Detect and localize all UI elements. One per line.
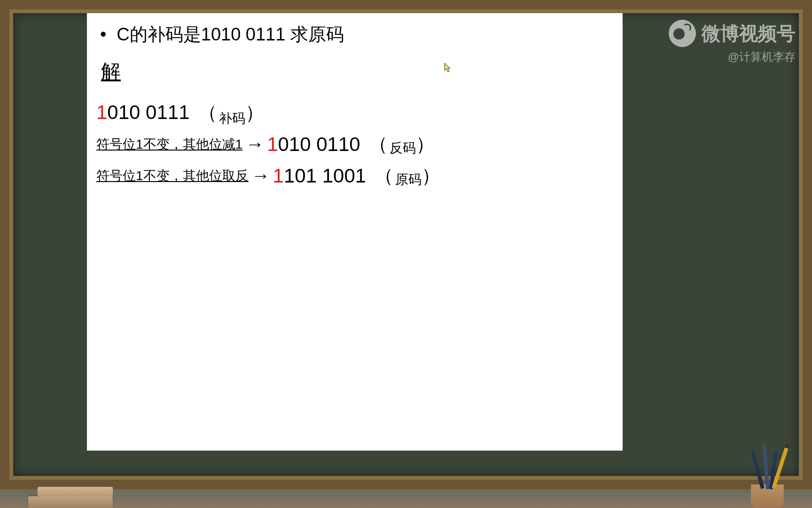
binary-rest: 010 0110 — [278, 133, 360, 156]
paren-close: ） — [245, 100, 264, 126]
arrow-icon: → — [245, 134, 264, 155]
paren-open: （ — [375, 163, 393, 189]
solution-label: 解 — [96, 58, 121, 85]
watermark-text: 微博视频号 — [702, 21, 796, 47]
bullet-icon: • — [100, 24, 106, 45]
account-name: @计算机李存 — [728, 49, 796, 64]
paren-open: （ — [198, 100, 217, 126]
binary-rest: 101 1001 — [284, 165, 366, 187]
sign-bit: 1 — [96, 101, 107, 124]
arrow-icon: → — [251, 165, 270, 186]
weibo-watermark: 微博视频号 — [669, 20, 796, 47]
slide-content: • C的补码是1010 0111 求原码 解 1 010 0111 （ 补码 ）… — [87, 13, 623, 451]
code-type-complement: 补码 — [219, 110, 245, 127]
pen-cup — [751, 484, 784, 508]
question-line: • C的补码是1010 0111 求原码 — [92, 23, 618, 47]
weibo-icon — [669, 20, 696, 47]
code-type-original: 原码 — [395, 171, 422, 189]
paren-close: ） — [416, 131, 435, 157]
paren-open: （ — [369, 131, 388, 157]
sign-bit: 1 — [267, 133, 278, 156]
binary-rest: 010 0111 — [107, 101, 189, 124]
code-type-inverse: 反码 — [390, 139, 416, 157]
step-explanation-2: 符号位1不变，其他位取反 — [96, 167, 249, 185]
question-text: C的补码是1010 0111 求原码 — [117, 23, 344, 47]
paren-close: ） — [422, 163, 440, 189]
step-explanation-1: 符号位1不变，其他位减1 — [96, 135, 242, 153]
inverse-code-line: 符号位1不变，其他位减1 → 1 010 0110 （ 反码 ） — [96, 131, 618, 157]
complement-code-line: 1 010 0111 （ 补码 ） — [96, 100, 618, 126]
book-prop-2 — [38, 487, 113, 496]
desk-items — [751, 484, 784, 508]
book-prop — [28, 496, 113, 508]
original-code-line: 符号位1不变，其他位取反 → 1 101 1001 （ 原码 ） — [96, 163, 618, 189]
sign-bit: 1 — [273, 165, 284, 187]
